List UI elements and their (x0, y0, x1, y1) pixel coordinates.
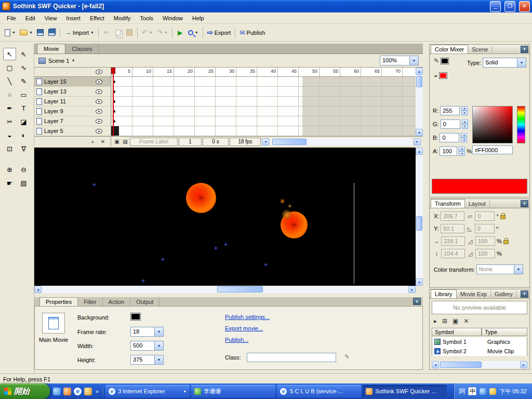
timeline-vertical-scrollbar[interactable]: ▲ ▼ (416, 68, 423, 136)
zoom-combo[interactable]: 100% ▼ (380, 56, 419, 65)
menu-window[interactable]: Window (158, 14, 188, 23)
expand-arrow-icon[interactable]: ▸ (434, 317, 437, 325)
fill-bucket-icon[interactable]: ◒ (434, 72, 437, 79)
frame-rate-combo[interactable]: 18▼ (130, 327, 164, 337)
combo-arrow-icon[interactable]: ▼ (155, 355, 164, 365)
knife-tool-button[interactable]: ✂ (3, 115, 16, 128)
save-button[interactable] (35, 26, 46, 39)
layer-row-7[interactable]: Layer 7 (34, 116, 111, 126)
combo-arrow-icon[interactable]: ▼ (517, 58, 526, 68)
tab-classes[interactable]: Classes (65, 44, 99, 54)
green-value-field[interactable]: 0 (441, 119, 460, 129)
menu-modify[interactable]: Modify (109, 14, 135, 23)
menu-help[interactable]: Help (188, 14, 209, 23)
quicklaunch-overflow-chevron-icon[interactable]: » (95, 388, 100, 394)
tray-volume-icon[interactable] (489, 388, 496, 395)
x-value-field[interactable]: 206.7 (441, 211, 464, 221)
zoom-out-tool-button[interactable]: ⊖ (17, 163, 30, 176)
export-button[interactable]: ⇨Export (205, 26, 233, 39)
zoom-menu-button[interactable]: ▼ (186, 26, 201, 39)
scroll-right-arrow-icon[interactable]: ► (408, 286, 416, 293)
task-sclub[interactable]: e S C L U B (service-... (277, 385, 361, 397)
timeline-scroll-left-arrow-icon[interactable]: ◄ (262, 138, 269, 145)
menu-insert[interactable]: Insert (61, 14, 85, 23)
marquee-tool-button[interactable]: ▢ (3, 61, 16, 74)
ime-language-indicator[interactable]: 阿 (459, 387, 465, 396)
scale-x-field[interactable]: 100 (475, 236, 495, 246)
panel-menu-button[interactable]: ▼ (521, 200, 528, 207)
fill-type-combo[interactable]: Solid▼ (483, 58, 526, 68)
canvas-horizontal-scrollbar[interactable]: ◄ ► (34, 286, 416, 293)
hue-strip[interactable] (517, 106, 525, 143)
tab-color-mixer[interactable]: Color Mixer (431, 45, 468, 54)
library-item-row[interactable]: Symbol 1 Graphics (432, 337, 527, 347)
glow-object[interactable] (282, 210, 291, 219)
line-tool-button[interactable]: ╲ (3, 75, 16, 87)
background-color-swatch[interactable] (130, 313, 141, 321)
y-value-field[interactable]: 50.1 (441, 224, 464, 233)
combo-arrow-icon[interactable]: ▼ (514, 264, 523, 274)
timeline-ruler[interactable]: 510152025303540455055606570 (111, 68, 416, 77)
tab-filter[interactable]: Filter (78, 298, 102, 306)
green-spinner[interactable]: ▲▼ (462, 119, 468, 129)
menu-file[interactable]: File (2, 14, 21, 23)
combo-arrow-icon[interactable]: ▼ (155, 327, 164, 337)
spark-icon[interactable]: ✳ (280, 197, 285, 205)
tray-network-icon[interactable] (480, 388, 486, 395)
free-transform-tool-button[interactable]: ⊡ (3, 142, 16, 155)
copy-button[interactable] (112, 26, 124, 39)
delete-layer-button[interactable]: ✕ (99, 138, 107, 145)
scene-name[interactable]: Scene 1 (48, 58, 69, 64)
tab-library[interactable]: Library (431, 289, 457, 298)
red-value-field[interactable]: 255 (440, 106, 460, 115)
tab-movie[interactable]: Movie (37, 44, 65, 54)
layer-row-11[interactable]: Layer 11 (34, 97, 111, 107)
color-transform-combo[interactable]: None▼ (476, 264, 523, 274)
library-horizontal-scrollbar[interactable]: ◄ ► (432, 361, 527, 368)
menu-edit[interactable]: Edit (21, 14, 40, 23)
scroll-right-arrow-icon[interactable]: ► (520, 361, 527, 368)
quicklaunch-mail-icon[interactable] (84, 388, 92, 395)
page-tool-button[interactable]: ▤ (17, 177, 30, 189)
play-button[interactable]: ▶ (175, 26, 186, 39)
import-dropdown-arrow-icon[interactable]: ▼ (90, 31, 94, 34)
scrollbar-thumb[interactable] (416, 76, 422, 87)
spark-icon[interactable]: ✳ (288, 204, 292, 209)
redo-dropdown-arrow-icon[interactable]: ▼ (164, 31, 168, 34)
panel-menu-button[interactable]: ▼ (521, 290, 528, 298)
library-item-row[interactable]: Symbol 2 Movie Clip (432, 347, 527, 356)
publish-link[interactable]: Publish... (225, 337, 248, 343)
layer-visibility-icon[interactable] (96, 79, 102, 84)
type-column-header[interactable]: Type (482, 328, 527, 336)
redo-button[interactable]: ↷▼ (155, 26, 170, 39)
lock-icon[interactable] (503, 240, 509, 244)
export-movie-link[interactable]: Export movie... (225, 325, 263, 331)
subselection-tool-button[interactable]: ⇖ (17, 48, 30, 60)
eyedropper-tool-button[interactable]: ∇ (17, 142, 30, 155)
stroke-pencil-icon[interactable]: ✎ (434, 57, 439, 64)
scrollbar-thumb[interactable] (440, 362, 482, 368)
minimize-button[interactable]: _ (490, 1, 501, 12)
timeline-frames-grid[interactable] (111, 77, 416, 136)
stroke-color-swatch[interactable] (441, 58, 449, 64)
blue-value-field[interactable]: 0 (440, 133, 459, 142)
alpha-spinner[interactable]: ▲▼ (459, 147, 465, 156)
maximize-button[interactable]: ❐ (504, 1, 515, 12)
saturation-value-picker[interactable] (472, 106, 513, 143)
playhead-line[interactable] (113, 68, 114, 136)
star-marker[interactable] (264, 263, 268, 267)
menu-view[interactable]: View (40, 14, 62, 23)
fill-color-swatch[interactable] (439, 72, 447, 79)
combo-arrow-icon[interactable]: ▼ (155, 341, 164, 351)
lasso-tool-button[interactable]: ∿ (17, 61, 30, 74)
open-dropdown-arrow-icon[interactable]: ▼ (29, 31, 33, 34)
menu-tools[interactable]: Tools (135, 14, 158, 23)
blue-spinner[interactable]: ▲▼ (461, 133, 467, 142)
hand-tool-button[interactable]: ☛ (3, 177, 16, 189)
oval-tool-button[interactable]: ○ (3, 88, 16, 101)
publish-settings-link[interactable]: Publish settings... (225, 314, 270, 320)
ink-bottle-tool-button[interactable]: ✒ (3, 102, 16, 114)
import-button[interactable]: →Import▼ (62, 26, 96, 39)
scroll-up-arrow-icon[interactable]: ▲ (416, 148, 423, 155)
scroll-down-arrow-icon[interactable]: ▼ (416, 278, 423, 286)
